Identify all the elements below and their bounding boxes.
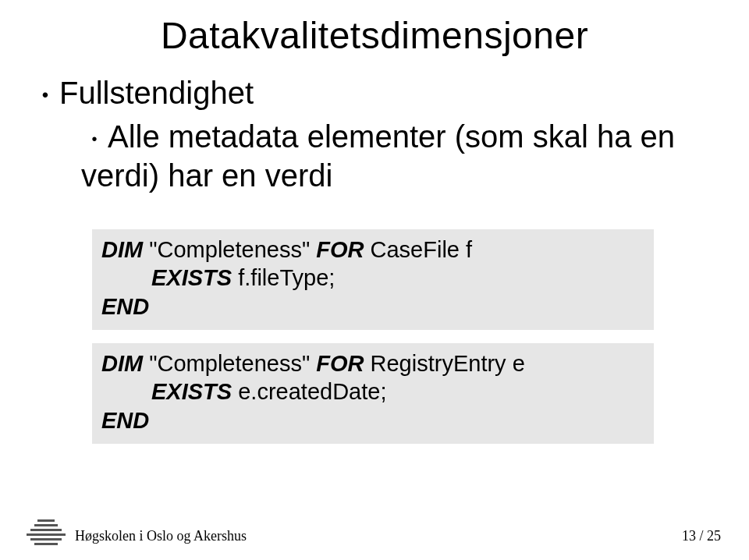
keyword-dim: DIM — [101, 351, 143, 376]
slide-title: Datakvalitetsdimensjoner — [0, 14, 749, 57]
keyword-for: FOR — [316, 351, 364, 376]
code-line: EXISTS e.createdDate; — [101, 377, 644, 406]
page-number: 13 / 25 — [682, 528, 721, 544]
code-expr: e.createdDate; — [238, 379, 386, 404]
footer-institution: Høgskolen i Oslo og Akershus — [75, 528, 247, 544]
slide: Datakvalitetsdimensjoner •Fullstendighet… — [0, 0, 749, 560]
keyword-exists: EXISTS — [151, 265, 232, 290]
keyword-end: END — [101, 294, 149, 319]
code-block-1: DIM "Completeness" FOR CaseFile f EXISTS… — [92, 229, 654, 330]
bullet-level-2: •Alle metadata elementer (som skal ha en… — [81, 117, 718, 195]
keyword-for: FOR — [316, 237, 364, 262]
bullet-level-1: •Fullstendighet — [31, 73, 718, 112]
code-expr: f.fileType; — [238, 265, 335, 290]
code-target: CaseFile f — [371, 237, 473, 262]
code-name: "Completeness" — [149, 351, 310, 376]
code-line: DIM "Completeness" FOR CaseFile f — [101, 236, 644, 264]
bullet-l2-text: Alle metadata elementer (som skal ha en … — [81, 119, 675, 193]
keyword-dim: DIM — [101, 237, 143, 262]
code-line: END — [101, 406, 644, 434]
code-line: END — [101, 292, 644, 321]
slide-body: •Fullstendighet •Alle metadata elementer… — [31, 70, 718, 195]
bullet-l1-text: Fullstendighet — [59, 76, 254, 110]
code-target: RegistryEntry e — [371, 351, 525, 376]
code-block-2: DIM "Completeness" FOR RegistryEntry e E… — [92, 343, 654, 444]
keyword-end: END — [101, 408, 149, 433]
institution-logo-icon — [23, 519, 67, 546]
keyword-exists: EXISTS — [151, 379, 232, 404]
bullet-dot-icon: • — [31, 83, 59, 107]
code-line: DIM "Completeness" FOR RegistryEntry e — [101, 349, 644, 377]
code-line: EXISTS f.fileType; — [101, 264, 644, 292]
bullet-dot-icon: • — [81, 129, 108, 149]
code-name: "Completeness" — [149, 237, 310, 262]
